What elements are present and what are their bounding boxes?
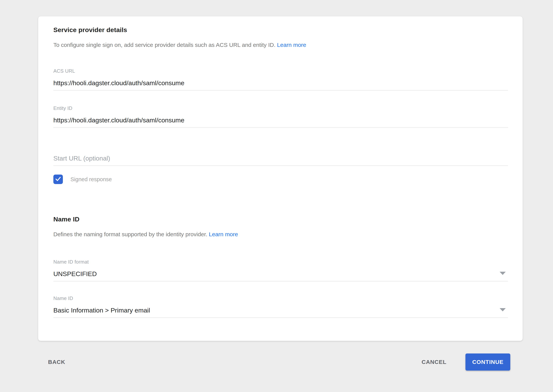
check-icon [55,176,61,183]
signed-response-label: Signed response [71,176,112,182]
name-id-label: Name ID [53,295,508,301]
signed-response-checkbox[interactable] [53,175,63,184]
name-id-value: Basic Information > Primary email [53,307,150,314]
service-provider-details-card: Service provider details To configure si… [38,16,523,341]
name-id-format-select[interactable]: UNSPECIFIED [53,270,508,281]
name-id-description-text: Defines the naming format supported by t… [53,231,207,237]
section-description: To configure single sign on, add service… [53,41,508,49]
signed-response-row: Signed response [53,175,508,184]
continue-button[interactable]: CONTINUE [466,353,510,371]
name-id-section-description: Defines the naming format supported by t… [53,231,508,238]
acs-url-label: ACS URL [53,68,508,74]
learn-more-link[interactable]: Learn more [277,42,306,48]
start-url-input[interactable]: Start URL (optional) [53,155,508,166]
chevron-down-icon [500,272,506,275]
name-id-format-label: Name ID format [53,259,508,265]
footer-actions: BACK CANCEL CONTINUE [38,352,523,371]
name-id-select[interactable]: Basic Information > Primary email [53,307,508,318]
acs-url-input[interactable]: https://hooli.dagster.cloud/auth/saml/co… [53,79,508,91]
chevron-down-icon [500,308,506,311]
name-id-format-value: UNSPECIFIED [53,270,97,277]
page-title: Service provider details [53,26,508,34]
cancel-button[interactable]: CANCEL [422,359,446,365]
entity-id-label: Entity ID [53,105,508,111]
name-id-learn-more-link[interactable]: Learn more [209,231,238,237]
name-id-section-title: Name ID [53,216,508,223]
back-button[interactable]: BACK [48,359,65,365]
entity-id-input[interactable]: https://hooli.dagster.cloud/auth/saml/co… [53,117,508,128]
description-text: To configure single sign on, add service… [53,42,276,48]
